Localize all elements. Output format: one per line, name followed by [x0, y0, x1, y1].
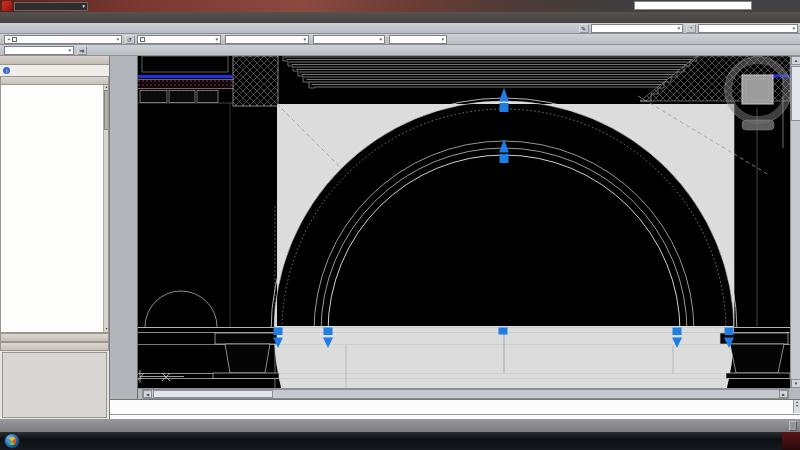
update-icon[interactable]: ⇉: [77, 46, 87, 55]
dimension-draw-toolbar: ▾ ⇉: [0, 45, 800, 56]
linetype-dropdown[interactable]: ▾: [225, 35, 309, 44]
title-bar: ▾: [0, 0, 800, 12]
text-style-dropdown[interactable]: ▾: [591, 24, 683, 33]
color-dropdown[interactable]: ▾: [137, 35, 221, 44]
scroll-left-icon[interactable]: ◀: [143, 390, 152, 398]
command-window[interactable]: ▲▼: [110, 399, 800, 419]
scrollbar-thumb[interactable]: [104, 90, 109, 130]
info-icon: i: [3, 67, 10, 74]
backup-files-header[interactable]: [0, 76, 109, 85]
details-header[interactable]: [0, 333, 109, 342]
wcs-dropdown[interactable]: [742, 120, 774, 130]
docked-toolbars: [110, 56, 138, 399]
drawing-recovery-manager: i ▲ ▼: [0, 56, 110, 419]
workspace-gear-icon[interactable]: ◔: [686, 24, 696, 33]
layers-properties-toolbar: ☀ ▾ ↺ ▾ ▾ ▾ ▾: [0, 34, 800, 45]
horizontal-scrollbar[interactable]: ◀ ▶: [142, 389, 789, 399]
layer-dropdown[interactable]: ☀ ▾: [4, 35, 122, 44]
panel-scrollbar[interactable]: ▲ ▼: [103, 85, 108, 332]
autocad-logo-icon[interactable]: [2, 1, 12, 11]
chevron-down-icon: ▾: [303, 36, 306, 42]
insulation-band: [138, 80, 233, 89]
draw-toolbar: [110, 56, 124, 399]
viewcube-top-face[interactable]: [742, 75, 773, 104]
left-crosshatch-wall: [233, 56, 278, 106]
modify-toolbar: [124, 56, 138, 399]
scroll-up-icon[interactable]: ▲: [791, 56, 800, 65]
command-scrollbar[interactable]: ▲▼: [793, 400, 800, 413]
chevron-down-icon: ▾: [215, 36, 218, 42]
color-swatch: [140, 37, 145, 42]
style-icon[interactable]: ✎: [579, 24, 589, 33]
menu-bar: [0, 12, 800, 23]
vertical-scrollbar[interactable]: ▲ ▼: [790, 56, 800, 388]
chevron-down-icon: ▾: [82, 3, 85, 9]
chevron-down-icon: ▾: [677, 25, 680, 31]
autocad-window: ▾ ✎ ▾ ◔ ▾ ☀ ▾ ↺ ▾ ▾: [0, 0, 800, 450]
workspace-dropdown[interactable]: ▾: [14, 2, 88, 11]
lineweight-dropdown[interactable]: ▾: [313, 35, 385, 44]
layout-tab-bar: ◀ ▶: [138, 388, 790, 399]
drawing-viewport[interactable]: [138, 56, 790, 388]
scroll-down-icon[interactable]: ▼: [104, 327, 109, 332]
system-tray: [782, 432, 800, 450]
status-bar: [0, 419, 800, 432]
dimstyle-dropdown[interactable]: ▾: [4, 46, 74, 55]
command-history-line: [110, 407, 800, 414]
model-paper-toggle[interactable]: [789, 421, 797, 431]
layer-color-swatch: [12, 37, 17, 42]
preview-area: [2, 352, 107, 418]
start-button[interactable]: [4, 433, 20, 449]
scrollbar-corner: [790, 388, 800, 399]
chevron-down-icon: ▾: [379, 36, 382, 42]
chevron-down-icon: ▾: [116, 36, 119, 42]
plotstyle-dropdown[interactable]: ▾: [389, 35, 447, 44]
dim-style-dropdown[interactable]: ▾: [698, 24, 798, 33]
scrollbar-thumb[interactable]: [791, 66, 800, 121]
search-input[interactable]: [634, 1, 752, 10]
backup-files-list: ▲ ▼: [0, 85, 109, 333]
layer-previous-icon[interactable]: ↺: [125, 35, 135, 44]
windows-logo-icon: [8, 437, 16, 445]
chevron-down-icon: ▾: [68, 47, 71, 53]
chevron-down-icon: ▾: [792, 25, 795, 31]
windows-taskbar: [0, 432, 800, 450]
chevron-down-icon: ▾: [441, 36, 444, 42]
scrollbar-thumb[interactable]: [153, 390, 273, 398]
scroll-down-icon[interactable]: ▼: [791, 379, 800, 388]
scroll-right-icon[interactable]: ▶: [779, 390, 788, 398]
preview-header[interactable]: [0, 342, 109, 351]
infocenter: [634, 1, 752, 10]
blue-membrane-line: [138, 75, 233, 78]
standard-toolbar: ✎ ▾ ◔ ▾: [0, 23, 800, 34]
masonry-blocks: [140, 91, 218, 103]
